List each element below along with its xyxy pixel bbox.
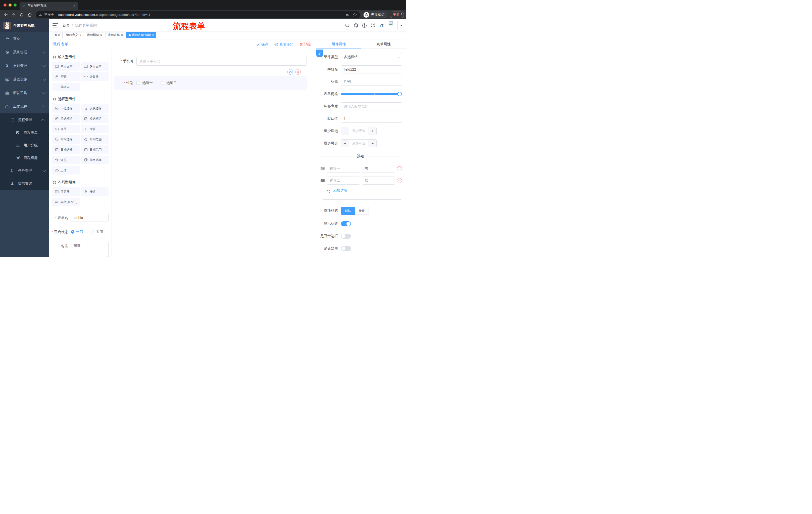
component-type-select[interactable] <box>341 53 402 61</box>
palette-item-button[interactable]: 按钮 <box>81 187 109 196</box>
tag-process-def[interactable]: 流程定义× <box>64 32 83 38</box>
palette-item-time-range[interactable]: 时间范围 <box>81 135 109 143</box>
palette-item-switch[interactable]: 开关 <box>52 125 80 133</box>
font-size-icon[interactable]: ᴛT <box>377 21 385 29</box>
copy-field-button[interactable] <box>287 69 293 75</box>
browser-tab[interactable]: 芋道管理系统 ✕ <box>20 2 78 10</box>
label-width-input[interactable] <box>341 102 402 110</box>
tag-process-model[interactable]: 流程模型× <box>85 32 104 38</box>
drag-handle-icon[interactable] <box>320 167 325 171</box>
increase-button[interactable]: + <box>369 140 376 147</box>
option-2-label-input[interactable] <box>327 177 360 185</box>
tag-form-edit-active[interactable]: 流程表单-编辑× <box>126 32 156 38</box>
maximize-window-button[interactable] <box>13 3 17 6</box>
breadcrumb-home[interactable]: 首页 <box>63 23 69 28</box>
gender-option-1[interactable]: 选项一 <box>137 81 153 85</box>
sidebar-item-workflow[interactable]: 工作流程 <box>0 100 49 113</box>
bordered-toggle-off[interactable] <box>341 234 351 239</box>
new-tab-button[interactable]: + <box>82 2 88 8</box>
search-icon[interactable] <box>343 21 351 29</box>
form-canvas[interactable]: 手机号 <box>112 50 316 257</box>
checkbox-icon[interactable] <box>137 81 140 85</box>
form-remark-textarea[interactable]: 嘿嘿 <box>71 242 109 257</box>
style-default-button[interactable]: 默认 <box>341 207 355 215</box>
gender-field-selected[interactable]: 性别 选项一 选项二 <box>114 76 307 90</box>
reload-icon[interactable] <box>18 11 25 18</box>
warning-icon[interactable] <box>39 13 42 17</box>
drag-handle-icon[interactable] <box>320 179 325 183</box>
style-button-button[interactable]: 按钮 <box>355 207 369 215</box>
sidebar-item-process-mgmt[interactable]: 流程管理 <box>0 113 49 127</box>
link-tag-button[interactable] <box>316 50 323 57</box>
radio-on-label[interactable]: 开启 <box>76 229 83 234</box>
tag-close-icon[interactable]: × <box>100 34 102 37</box>
palette-item-table[interactable]: 表格[开发中] <box>52 198 80 206</box>
palette-item-cascader[interactable]: 级联选择 <box>81 104 109 113</box>
palette-item-rate[interactable]: 评分 <box>52 156 80 164</box>
checkbox-icon[interactable] <box>161 81 164 85</box>
palette-item-slider[interactable]: 滑块 <box>81 125 109 133</box>
component-type-value[interactable] <box>341 53 402 61</box>
decrease-button[interactable]: − <box>341 140 349 147</box>
phone-field-input[interactable] <box>137 57 307 65</box>
tab-component-props[interactable]: 组件属性 <box>316 39 361 49</box>
title-input[interactable] <box>341 78 402 86</box>
radio-off-label[interactable]: 关闭 <box>96 229 103 234</box>
phone-field-row[interactable]: 手机号 <box>114 57 307 65</box>
palette-item-multi-text[interactable]: 多行文本 <box>81 62 109 71</box>
help-icon[interactable] <box>360 21 368 29</box>
save-button[interactable]: 保存 <box>256 42 268 47</box>
palette-item-color-picker[interactable]: 颜色选择 <box>81 156 109 164</box>
palette-item-counter[interactable]: 123 计数器 <box>81 73 109 81</box>
sidebar-item-system[interactable]: 系统管理 <box>0 46 49 59</box>
disabled-toggle-off[interactable] <box>341 246 351 251</box>
browser-menu-icon[interactable] <box>401 13 402 16</box>
option-1-label-input[interactable] <box>327 165 360 173</box>
home-icon[interactable] <box>26 11 33 18</box>
option-1-value-input[interactable] <box>362 165 395 173</box>
palette-item-time-picker[interactable]: 时间选择 <box>52 135 80 143</box>
tag-process-form[interactable]: 流程表单× <box>106 32 125 38</box>
fullscreen-icon[interactable] <box>369 21 377 29</box>
back-icon[interactable] <box>2 11 9 18</box>
sidebar-item-user-group[interactable]: 用户分组 <box>0 139 49 152</box>
sidebar-item-process-model[interactable]: 流程模型 <box>0 152 49 164</box>
close-window-button[interactable] <box>3 3 6 6</box>
palette-item-row-container[interactable]: 行容器 <box>52 187 80 196</box>
palette-item-date-range[interactable]: 日期范围 <box>81 145 109 154</box>
avatar-caret-icon[interactable] <box>400 25 403 26</box>
palette-item-date-picker[interactable]: 日期选择 <box>52 145 80 154</box>
bookmark-star-icon[interactable] <box>353 12 357 17</box>
grid-slider[interactable] <box>341 93 400 95</box>
decrease-button[interactable]: − <box>341 127 349 135</box>
field-name-input[interactable] <box>341 65 402 74</box>
avatar[interactable] <box>388 21 398 30</box>
delete-field-button[interactable] <box>295 69 301 75</box>
form-name-input[interactable] <box>71 214 109 222</box>
tab-close-icon[interactable]: ✕ <box>73 4 76 8</box>
sidebar-item-dev[interactable]: 研发工具 <box>0 86 49 100</box>
max-select-placeholder[interactable]: 最多可选 <box>349 140 369 147</box>
palette-item-radio-group[interactable]: 单选框组 <box>52 114 80 123</box>
default-value-input[interactable] <box>341 115 402 123</box>
github-icon[interactable] <box>352 21 360 29</box>
url-bar[interactable]: 不安全 dashboard.yudao.iocoder.cn/bpm/manag… <box>36 11 360 18</box>
tag-close-icon[interactable]: × <box>121 34 123 37</box>
sidebar-item-process-form[interactable]: 流程表单 <box>0 127 49 139</box>
palette-item-checkbox-group[interactable]: 多选框组 <box>81 114 109 123</box>
palette-item-password[interactable]: 密码 <box>52 73 80 81</box>
sidebar-item-home[interactable]: 首页 <box>0 32 49 46</box>
palette-item-editor[interactable]: 编辑器 <box>52 83 80 91</box>
slider-handle[interactable] <box>398 92 402 96</box>
show-label-toggle-on[interactable] <box>341 221 351 226</box>
tag-home[interactable]: 首页 <box>52 32 63 38</box>
tab-form-props[interactable]: 表单属性 <box>361 39 406 49</box>
palette-item-select[interactable]: 下拉选择 <box>52 104 80 113</box>
sidebar-logo[interactable]: 芋道管理系统 <box>0 19 49 32</box>
remove-option-button[interactable]: − <box>397 178 402 183</box>
tag-close-icon[interactable]: × <box>152 34 154 37</box>
increase-button[interactable]: + <box>369 127 376 135</box>
hamburger-icon[interactable] <box>53 23 58 27</box>
sidebar-item-task-mgmt[interactable]: 任务管理 <box>0 164 49 177</box>
gender-option-2[interactable]: 选项二 <box>161 81 177 85</box>
